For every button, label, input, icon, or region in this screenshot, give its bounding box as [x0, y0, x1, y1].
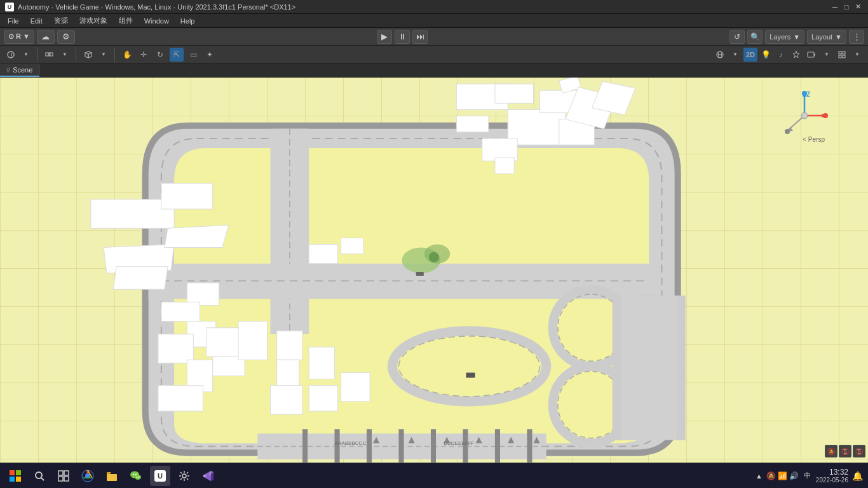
volume-icon[interactable]: 🔊	[789, 471, 799, 480]
svg-rect-65	[277, 360, 299, 385]
svg-point-98	[801, 112, 808, 119]
svg-rect-40	[398, 429, 403, 463]
svg-text:DDDEEEFFF: DDDEEEFFF	[444, 440, 474, 446]
wechat-icon[interactable]	[126, 466, 146, 486]
layout-chevron: ▼	[835, 33, 842, 41]
svg-point-120	[139, 477, 140, 478]
rect-tool-btn[interactable]	[81, 48, 95, 62]
notification-bell[interactable]: 🔔	[852, 471, 863, 481]
menu-component[interactable]: 组件	[114, 15, 138, 27]
move-tool[interactable]: ✛	[137, 48, 151, 62]
controls-left: ⊙ R ▼ ☁ ⚙	[4, 30, 75, 44]
task-view[interactable]	[53, 466, 74, 486]
scale-tool[interactable]: ⇱	[170, 48, 184, 62]
title-bar-left: U Autonomy - Vehicle Game - Windows, Mac…	[5, 3, 295, 11]
controls-right: ↺ 🔍 Layers ▼ Layout ▼ ⋮	[729, 30, 864, 44]
collab-button[interactable]: ⚙	[57, 30, 75, 44]
svg-rect-32	[617, 295, 681, 440]
svg-text:Z: Z	[806, 91, 810, 98]
more-options[interactable]: ⋮	[849, 30, 864, 44]
track-svg: AAABBBCCC DDDEEEFFF	[0, 78, 868, 475]
ime-indicator[interactable]: 中	[804, 471, 811, 480]
audio-btn[interactable]: ♪	[774, 48, 788, 62]
svg-rect-80	[466, 372, 475, 377]
clock[interactable]: 13:32 2022-05-26	[816, 468, 848, 484]
controls-bar: ⊙ R ▼ ☁ ⚙ ▶ ⏸ ⏭ ↺ 🔍 Layers ▼ Layout ▼ ⋮	[0, 28, 868, 46]
notify-icon-3[interactable]: 📵	[853, 445, 865, 458]
svg-rect-104	[10, 477, 15, 482]
menu-file[interactable]: File	[3, 16, 24, 26]
svg-text:AAABBBCCC: AAABBBCCC	[335, 440, 367, 446]
unity-taskbar-icon[interactable]: U	[150, 466, 170, 486]
step-button[interactable]: ⏭	[412, 30, 428, 44]
2d-btn[interactable]: 2D	[743, 48, 757, 62]
gizmos-btn[interactable]	[835, 48, 849, 62]
camera-dropdown[interactable]: ▼	[820, 48, 834, 62]
rotate-tool[interactable]: ↻	[153, 48, 167, 62]
tray-chevron[interactable]: ▲	[756, 472, 763, 480]
gizmo: Z	[779, 90, 830, 141]
shading-dropdown[interactable]: ▼	[19, 48, 33, 62]
menu-assets[interactable]: 资源	[49, 15, 73, 27]
layout-dropdown[interactable]: Layout ▼	[807, 30, 846, 44]
gizmos-dropdown[interactable]: ▼	[850, 48, 864, 62]
svg-point-118	[135, 475, 141, 480]
mute-icon[interactable]: 🔕	[766, 471, 776, 480]
hand-tool[interactable]: ✋	[120, 48, 134, 62]
r-label: ⊙ R ▼	[8, 32, 30, 41]
svg-point-100	[823, 113, 828, 118]
settings-icon[interactable]	[174, 466, 194, 486]
notify-icons-bar: 🔕 📵 📵	[824, 444, 867, 459]
menu-help[interactable]: Help	[175, 16, 200, 26]
svg-rect-73	[309, 347, 334, 379]
svg-point-23	[562, 299, 620, 356]
rect-dropdown[interactable]: ▼	[97, 48, 111, 62]
play-button[interactable]: ▶	[377, 30, 392, 44]
date-display: 2022-05-26	[816, 477, 848, 484]
svg-point-119	[137, 477, 138, 478]
svg-rect-8	[808, 52, 814, 57]
effects-btn[interactable]	[789, 48, 803, 62]
svg-rect-44	[527, 429, 532, 463]
layout-label: Layout	[811, 33, 832, 41]
globe-btn[interactable]	[713, 48, 727, 62]
shading-mode-btn[interactable]	[4, 48, 18, 62]
search-button[interactable]: 🔍	[747, 30, 763, 44]
r-dropdown[interactable]: ⊙ R ▼	[4, 30, 34, 44]
svg-rect-72	[341, 238, 363, 254]
title-bar-controls: ─ □ ✕	[830, 2, 863, 12]
scene-tab[interactable]: # Scene	[0, 64, 39, 77]
start-button[interactable]	[5, 466, 25, 486]
vscode-icon[interactable]	[198, 466, 219, 486]
svg-rect-110	[58, 477, 63, 481]
svg-point-116	[133, 473, 134, 475]
notify-icon-1[interactable]: 🔕	[825, 445, 837, 458]
search-taskbar[interactable]	[29, 466, 50, 486]
svg-rect-13	[843, 55, 845, 58]
chrome-icon[interactable]	[78, 466, 98, 486]
menu-gameobject[interactable]: 游戏对象	[74, 15, 112, 27]
rect-select-tool[interactable]: ▭	[186, 48, 200, 62]
network-icon[interactable]: 📶	[778, 471, 787, 480]
overlay-btn[interactable]	[43, 48, 57, 62]
close-button[interactable]: ✕	[853, 2, 863, 12]
menu-window[interactable]: Window	[139, 16, 174, 26]
undo-button[interactable]: ↺	[729, 30, 745, 44]
scene-hash: #	[6, 66, 10, 74]
lighting-btn[interactable]: 💡	[759, 48, 773, 62]
scene-viewport[interactable]: AAABBBCCC DDDEEEFFF Z	[0, 78, 868, 475]
minimize-button[interactable]: ─	[830, 2, 840, 12]
pause-button[interactable]: ⏸	[395, 30, 410, 44]
notify-icon-2[interactable]: 📵	[839, 445, 851, 458]
svg-rect-105	[16, 477, 21, 482]
explorer-icon[interactable]	[102, 466, 122, 486]
camera-preview-btn[interactable]	[804, 48, 818, 62]
cloud-button[interactable]: ☁	[37, 30, 55, 44]
menu-edit[interactable]: Edit	[25, 16, 48, 26]
globe-dropdown[interactable]: ▼	[728, 48, 742, 62]
maximize-button[interactable]: □	[841, 2, 851, 12]
transform-tool[interactable]: ✦	[203, 48, 217, 62]
svg-rect-66	[271, 386, 302, 414]
overlay-dropdown[interactable]: ▼	[58, 48, 72, 62]
layers-dropdown[interactable]: Layers ▼	[765, 30, 804, 44]
